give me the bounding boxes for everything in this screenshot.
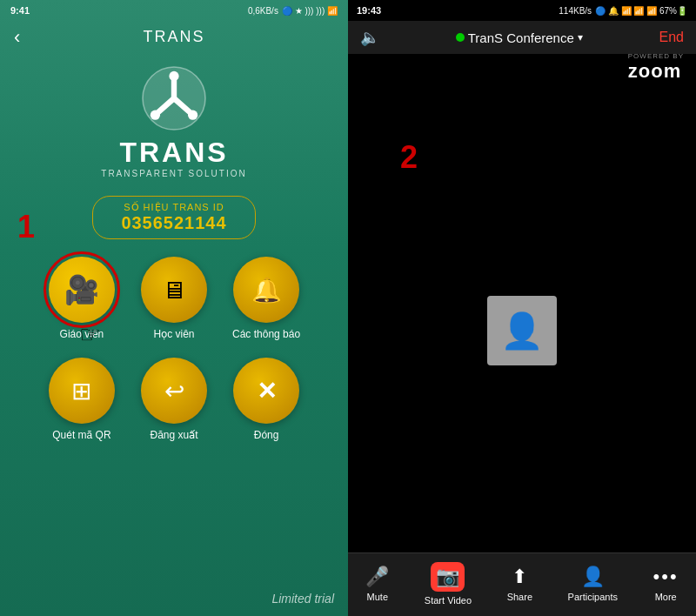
- trans-id-number: 0356521144: [121, 213, 226, 233]
- conference-name: TranS Conference: [468, 30, 574, 45]
- chevron-down-icon[interactable]: ▾: [578, 31, 583, 44]
- logo-brand: TRANS: [119, 137, 228, 169]
- connection-dot: [456, 33, 465, 42]
- btn-hoc-vien-label: Học viên: [153, 328, 194, 340]
- microphone-icon: 🎤: [365, 566, 389, 588]
- btn-dang-xuat-label: Đăng xuất: [150, 429, 197, 441]
- btn-hoc-vien[interactable]: 🖥 Học viên: [140, 257, 208, 340]
- logo-area: TRANS TRANSPARENT SOLUTION: [101, 64, 246, 178]
- zoom-header-left: 🔈: [360, 28, 379, 47]
- zoom-brand-text: zoom: [628, 60, 684, 83]
- more-label: More: [655, 592, 677, 602]
- zoom-logo: POWERED BY zoom: [628, 52, 684, 83]
- status-icons-left: 0,6KB/s 🔵 ★ ))) ))) 📶: [248, 6, 338, 16]
- status-bar-right: 19:43 114KB/s 🔵 🔔 📶 📶 📶 67%🔋: [348, 0, 696, 21]
- participants-label: Participants: [568, 592, 618, 602]
- participants-icon: 👤: [581, 566, 605, 588]
- camera-icon: 🎥: [64, 273, 99, 306]
- svg-point-6: [188, 110, 197, 120]
- more-dots-icon: •••: [653, 566, 679, 588]
- time-left: 9:41: [10, 5, 30, 16]
- back-button[interactable]: ‹: [14, 26, 20, 49]
- step-2-number: 2: [400, 139, 418, 176]
- qr-icon: ⊞: [71, 377, 91, 405]
- conference-title: TranS Conference ▾: [456, 30, 583, 45]
- header-left: ‹ TRANS: [0, 21, 348, 50]
- share-icon: ⬆: [512, 566, 527, 588]
- trans-id-box: SỐ HIỆU TRANS ID 0356521144: [92, 196, 255, 239]
- btn-dang-xuat-circle[interactable]: ↩: [141, 358, 207, 424]
- video-camera-icon: 📷: [436, 566, 459, 588]
- btn-thong-bao-label: Các thông báo: [232, 328, 300, 340]
- start-video-icon-container: 📷: [431, 562, 465, 592]
- logo-sub: TRANSPARENT SOLUTION: [101, 169, 246, 178]
- logout-icon: ↩: [164, 377, 184, 405]
- btn-hoc-vien-circle[interactable]: 🖥: [141, 257, 207, 323]
- btn-dang-xuat[interactable]: ↩ Đăng xuất: [140, 358, 208, 441]
- svg-point-5: [151, 110, 160, 120]
- left-panel: 9:41 0,6KB/s 🔵 ★ ))) ))) 📶 ‹ TRANS TRANS…: [0, 0, 348, 616]
- btn-giao-vien-circle[interactable]: 🎥 ☞: [49, 257, 115, 323]
- end-button[interactable]: End: [659, 30, 684, 45]
- zoom-header: 🔈 TranS Conference ▾ End: [348, 21, 696, 54]
- user-avatar-icon: 👤: [500, 311, 544, 352]
- btn-giao-vien[interactable]: 🎥 ☞ Giáo viên: [48, 257, 116, 340]
- btn-thong-bao[interactable]: 🔔 Các thông báo: [232, 257, 300, 340]
- cursor-hand: ☞: [79, 320, 101, 349]
- btn-dong-label: Đóng: [254, 429, 279, 441]
- logo-text: TRANS TRANSPARENT SOLUTION: [101, 137, 246, 178]
- btn-dong-circle[interactable]: ✕: [233, 358, 299, 424]
- zoom-bottom-bar: 🎤 Mute 📷 Start Video ⬆ Share 👤 Participa…: [348, 552, 696, 616]
- share-button[interactable]: ⬆ Share: [507, 566, 532, 602]
- btn-thong-bao-circle[interactable]: 🔔: [233, 257, 299, 323]
- status-icons-right: 114KB/s 🔵 🔔 📶 📶 📶 67%🔋: [559, 6, 687, 16]
- powered-by-text: POWERED BY: [628, 52, 684, 60]
- mute-button[interactable]: 🎤 Mute: [365, 566, 389, 602]
- trans-id-label: SỐ HIỆU TRANS ID: [124, 202, 224, 213]
- buttons-grid: 🎥 ☞ Giáo viên 🖥 Học viên 🔔 Các thông báo…: [27, 257, 321, 441]
- close-x-icon: ✕: [257, 377, 277, 405]
- monitor-icon: 🖥: [162, 276, 186, 305]
- btn-qr-circle[interactable]: ⊞: [49, 358, 115, 424]
- limited-trial-text: Limited trial: [271, 592, 334, 606]
- speaker-icon[interactable]: 🔈: [360, 28, 379, 47]
- share-label: Share: [507, 592, 532, 602]
- mute-label: Mute: [367, 592, 388, 602]
- more-button[interactable]: ••• More: [653, 566, 679, 602]
- status-bar-left: 9:41 0,6KB/s 🔵 ★ ))) ))) 📶: [0, 0, 348, 21]
- bell-icon: 🔔: [251, 276, 282, 305]
- start-video-label: Start Video: [425, 595, 472, 606]
- btn-dong[interactable]: ✕ Đóng: [232, 358, 300, 441]
- step-1-number: 1: [17, 209, 35, 245]
- time-right: 19:43: [357, 5, 381, 16]
- svg-point-4: [169, 71, 178, 81]
- btn-qr-label: Quét mã QR: [52, 429, 110, 441]
- start-video-button[interactable]: 📷 Start Video: [425, 562, 472, 606]
- trans-logo-icon: [139, 64, 209, 133]
- participants-button[interactable]: 👤 Participants: [568, 566, 618, 602]
- zoom-header-center: TranS Conference ▾: [456, 30, 583, 45]
- btn-qr[interactable]: ⊞ Quét mã QR: [48, 358, 116, 441]
- avatar-placeholder: 👤: [487, 296, 557, 365]
- header-title: TRANS: [143, 28, 204, 46]
- right-panel: 19:43 114KB/s 🔵 🔔 📶 📶 📶 67%🔋 🔈 TranS Con…: [348, 0, 696, 616]
